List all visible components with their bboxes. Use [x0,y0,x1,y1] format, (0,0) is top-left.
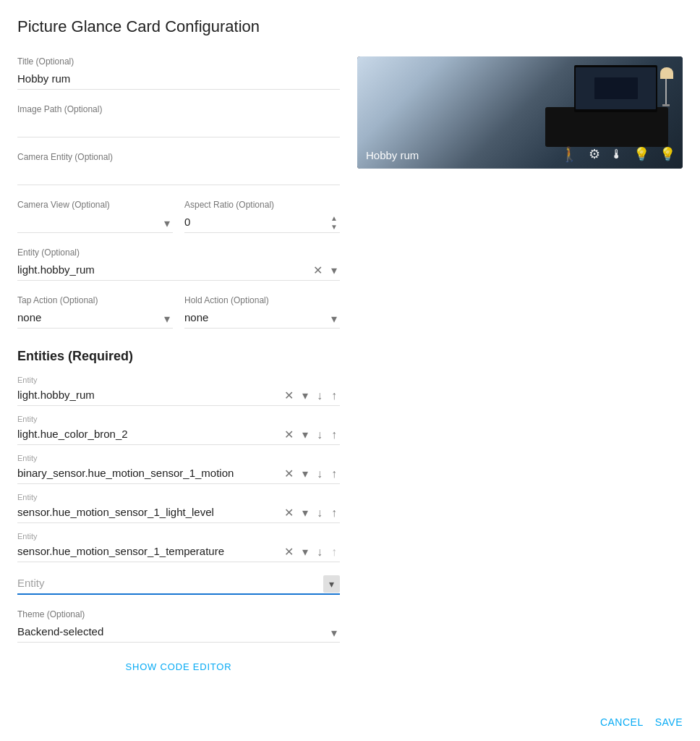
image-path-input[interactable] [17,117,340,137]
entity-input-5[interactable] [17,542,278,562]
bulb-icon-1: 💡 [633,146,649,162]
entity-optional-group: Entity (Optional) ✕ ▾ [17,247,340,281]
cancel-button[interactable]: CANCEL [600,716,644,728]
entity-dropdown-button-1[interactable]: ▾ [299,387,311,404]
save-button[interactable]: SAVE [655,716,683,728]
right-panel: Hobby rum 🚶 ⚙ 🌡 💡 💡 [357,56,683,685]
image-path-label: Image Path (Optional) [17,104,340,114]
tap-action-group: Tap Action (Optional) none toggle call-s… [17,295,173,329]
theme-select[interactable]: Backend-selected default [17,622,340,642]
entity-clear-button-3[interactable]: ✕ [281,465,296,482]
aspect-ratio-up-button[interactable]: ▲ [328,214,340,223]
entity-row-2: ✕ ▾ ↓ ↑ [17,425,340,445]
entity-down-button-4[interactable]: ↓ [314,505,325,521]
person-icon: 🚶 [560,145,579,163]
gear-icon: ⚙ [589,146,600,162]
camera-view-label: Camera View (Optional) [17,200,173,210]
title-input[interactable] [17,69,340,90]
camera-view-group: Camera View (Optional) Auto Live ▾ [17,200,173,233]
preview-card-title: Hobby rum [366,149,419,161]
new-entity-row: ▾ [17,574,340,595]
entity-row-5: ✕ ▾ ↓ ↑ [17,542,340,562]
tap-action-select-wrapper: none toggle call-service ▾ [17,308,173,329]
entity-down-button-2[interactable]: ↓ [314,427,325,443]
bulb-icon-2: 💡 [660,146,675,162]
entity-optional-dropdown-button[interactable]: ▾ [328,262,340,279]
entity-label-2: Entity [17,415,340,423]
thermometer-icon: 🌡 [610,147,623,162]
entity-controls-2: ✕ ▾ ↓ ↑ [281,426,340,443]
entity-label-5: Entity [17,532,340,541]
hold-action-select[interactable]: none toggle call-service [184,308,340,328]
theme-group: Theme (Optional) Backend-selected defaul… [17,609,340,643]
entity-dropdown-button-4[interactable]: ▾ [299,504,311,521]
camera-entity-input[interactable] [17,165,340,185]
entity-row-4: ✕ ▾ ↓ ↑ [17,503,340,523]
content-area: Title (Optional) Image Path (Optional) C… [17,56,683,685]
entity-up-button-4[interactable]: ↑ [328,505,340,521]
image-path-group: Image Path (Optional) [17,104,340,137]
entity-optional-input[interactable] [17,261,307,280]
tv-screen-decoration [576,67,656,109]
entity-controls-4: ✕ ▾ ↓ ↑ [281,504,340,521]
aspect-ratio-input[interactable] [184,213,328,232]
entity-clear-button-2[interactable]: ✕ [281,426,296,443]
new-entity-input[interactable] [17,574,323,593]
entity-up-button-2[interactable]: ↑ [328,427,340,443]
entity-clear-button-1[interactable]: ✕ [281,387,296,404]
entity-input-3[interactable] [17,464,278,483]
entity-label-4: Entity [17,493,340,501]
dialog-footer: CANCEL SAVE [600,716,683,728]
actions-row: Tap Action (Optional) none toggle call-s… [17,295,340,343]
entity-row-3: ✕ ▾ ↓ ↑ [17,464,340,484]
entity-controls-3: ✕ ▾ ↓ ↑ [281,465,340,482]
theme-select-wrapper: Backend-selected default ▾ [17,622,340,643]
entity-input-1[interactable] [17,386,278,405]
entity-group-5: Entity ✕ ▾ ↓ ↑ [17,532,340,562]
entity-clear-button-5[interactable]: ✕ [281,543,296,560]
theme-label: Theme (Optional) [17,609,340,619]
entity-down-button-3[interactable]: ↓ [314,466,325,482]
lamp-decoration [660,67,672,107]
camera-row: Camera View (Optional) Auto Live ▾ Aspec… [17,200,340,247]
entity-group-4: Entity ✕ ▾ ↓ ↑ [17,493,340,523]
new-entity-dropdown-button[interactable]: ▾ [323,575,340,593]
entity-controls-5: ✕ ▾ ↓ ↑ [281,543,340,560]
entity-row-1: ✕ ▾ ↓ ↑ [17,386,340,406]
tap-action-label: Tap Action (Optional) [17,295,173,305]
entity-optional-label: Entity (Optional) [17,247,340,258]
entity-up-button-3[interactable]: ↑ [328,466,340,482]
entity-down-button-1[interactable]: ↓ [314,388,325,404]
hold-action-label: Hold Action (Optional) [184,295,340,305]
entity-label-1: Entity [17,376,340,384]
entity-up-button-1[interactable]: ↑ [328,388,340,404]
entity-dropdown-button-3[interactable]: ▾ [299,465,311,482]
show-code-area: SHOW CODE EDITOR [17,660,340,673]
entity-group-1: Entity ✕ ▾ ↓ ↑ [17,376,340,406]
left-panel: Title (Optional) Image Path (Optional) C… [17,56,340,685]
entity-input-2[interactable] [17,425,278,444]
tv-stand-decoration [545,107,668,147]
entity-optional-clear-button[interactable]: ✕ [310,262,325,279]
aspect-ratio-down-button[interactable]: ▼ [328,223,340,232]
preview-card: Hobby rum 🚶 ⚙ 🌡 💡 💡 [357,56,683,169]
entity-up-button-5[interactable]: ↑ [328,544,340,560]
aspect-ratio-spinners: ▲ ▼ [328,214,340,232]
camera-entity-label: Camera Entity (Optional) [17,152,340,162]
entity-clear-button-4[interactable]: ✕ [281,504,296,521]
entity-group-2: Entity ✕ ▾ ↓ ↑ [17,415,340,445]
tap-action-select[interactable]: none toggle call-service [17,308,173,328]
entity-controls-1: ✕ ▾ ↓ ↑ [281,387,340,404]
camera-view-select[interactable]: Auto Live [17,213,173,232]
title-group: Title (Optional) [17,56,340,90]
entity-label-3: Entity [17,454,340,462]
entity-dropdown-button-2[interactable]: ▾ [299,426,311,443]
entity-optional-controls: ✕ ▾ [310,262,340,279]
show-code-editor-button[interactable]: SHOW CODE EDITOR [126,661,232,672]
entity-dropdown-button-5[interactable]: ▾ [299,543,311,560]
aspect-ratio-group: Aspect Ratio (Optional) ▲ ▼ [184,200,340,233]
aspect-ratio-wrapper: ▲ ▼ [184,213,340,233]
entity-down-button-5[interactable]: ↓ [314,544,325,560]
entity-optional-row: ✕ ▾ [17,261,340,281]
entity-input-4[interactable] [17,503,278,522]
